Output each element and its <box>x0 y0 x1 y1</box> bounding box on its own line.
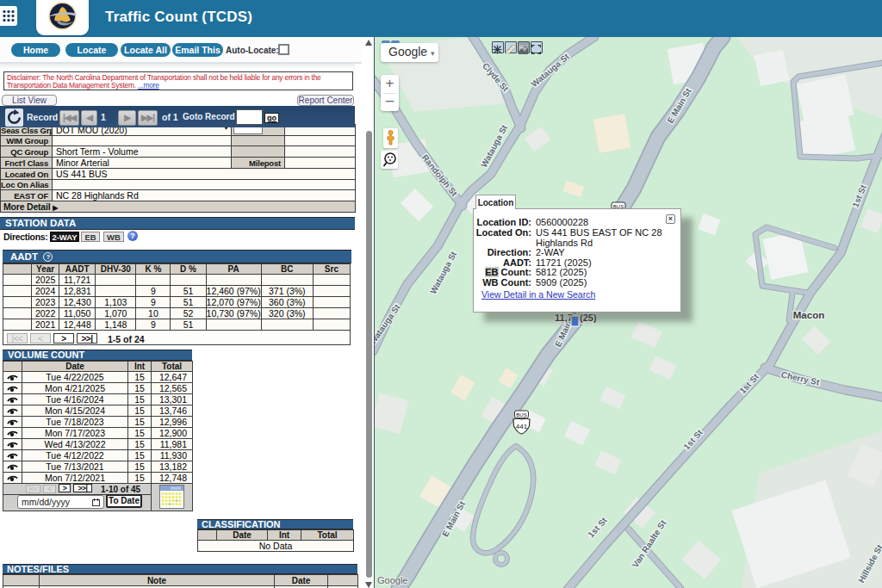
svg-text:(25): (25) <box>580 313 597 323</box>
svg-text:Macon: Macon <box>793 310 824 320</box>
svg-text:441: 441 <box>516 423 528 430</box>
svg-text:BUS: BUS <box>516 412 526 418</box>
svg-text:11,7: 11,7 <box>555 313 573 323</box>
svg-text:Google: Google <box>377 575 407 585</box>
